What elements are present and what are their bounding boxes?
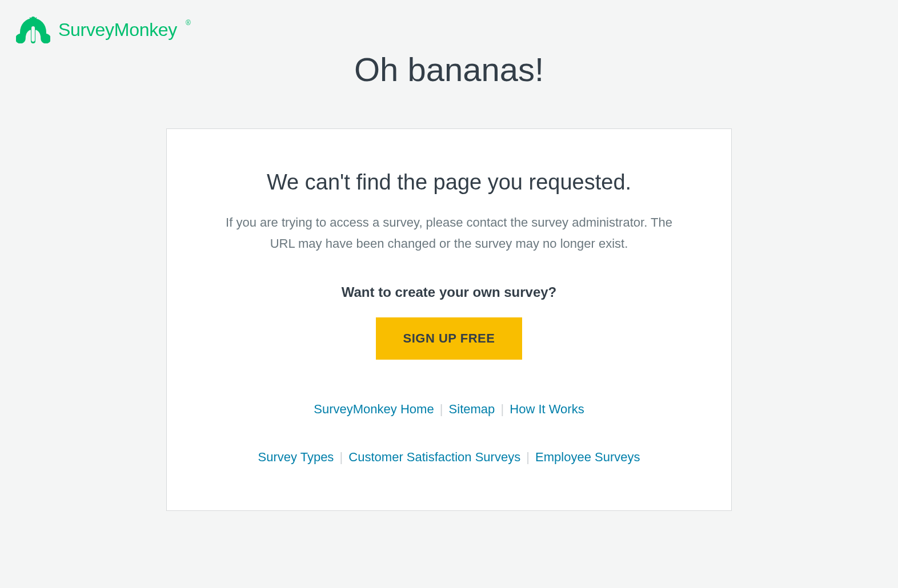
link-how-it-works[interactable]: How It Works — [510, 402, 584, 416]
separator: | — [500, 402, 504, 416]
error-description: If you are trying to access a survey, pl… — [215, 212, 683, 255]
registered-mark: ® — [186, 19, 191, 27]
link-sitemap[interactable]: Sitemap — [449, 402, 495, 416]
error-card: We can't find the page you requested. If… — [166, 128, 732, 511]
brand-logo[interactable]: SurveyMonkey® — [16, 16, 191, 43]
page-title: Oh bananas! — [0, 50, 898, 88]
signup-free-button[interactable]: SIGN UP FREE — [376, 317, 523, 360]
link-home[interactable]: SurveyMonkey Home — [314, 402, 434, 416]
svg-rect-1 — [31, 26, 35, 42]
monkey-icon — [16, 16, 50, 43]
signup-prompt: Want to create your own survey? — [201, 284, 697, 300]
separator: | — [440, 402, 443, 416]
footer-links-row-1: SurveyMonkey Home | Sitemap | How It Wor… — [201, 402, 697, 417]
brand-name: SurveyMonkey — [58, 19, 177, 41]
separator: | — [526, 450, 530, 464]
link-employee-surveys[interactable]: Employee Surveys — [535, 450, 640, 464]
error-heading: We can't find the page you requested. — [201, 170, 697, 195]
link-csat-surveys[interactable]: Customer Satisfaction Surveys — [348, 450, 520, 464]
link-survey-types[interactable]: Survey Types — [258, 450, 334, 464]
footer-links-row-2: Survey Types | Customer Satisfaction Sur… — [201, 450, 697, 465]
separator: | — [340, 450, 343, 464]
